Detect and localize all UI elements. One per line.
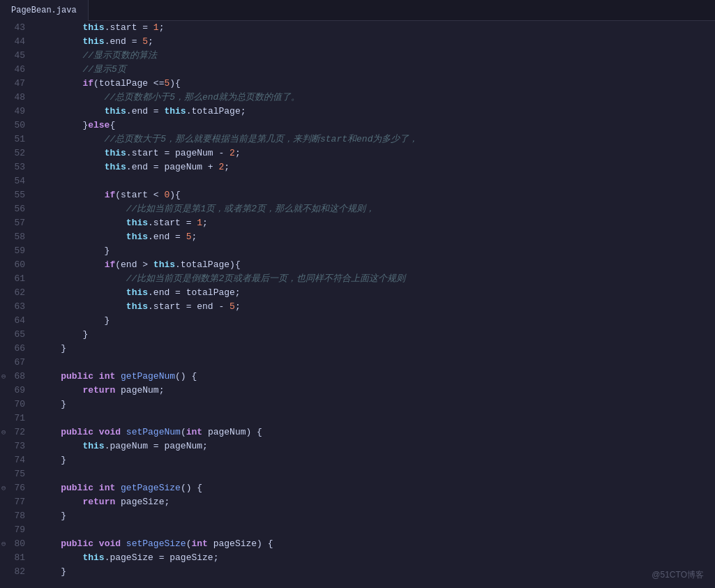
- token-num: 2: [229, 146, 235, 160]
- line-number: 70: [0, 398, 28, 412]
- code-line: }: [39, 342, 715, 356]
- token-kw2: this: [153, 258, 175, 272]
- token-kw: public: [39, 425, 93, 439]
- token-kw: if: [105, 188, 116, 202]
- code-line: }: [39, 509, 715, 523]
- token-plain: [39, 105, 105, 119]
- token-fn: getPageNum: [121, 370, 175, 384]
- code-content[interactable]: this.start = 1; this.end = 5; //显示页数的算法 …: [33, 21, 715, 588]
- token-plain: }: [39, 565, 66, 579]
- line-number: 75: [0, 467, 28, 481]
- token-kw2: this: [164, 105, 186, 119]
- code-line: //显示5页: [39, 63, 715, 77]
- token-cmt: //总页数都小于5，那么end就为总页数的值了。: [39, 91, 300, 105]
- token-plain: .start = pageNum -: [126, 146, 229, 160]
- code-line: public void setPageSize(int pageSize) {: [39, 537, 715, 551]
- line-number: 61: [0, 272, 28, 286]
- token-fn: setPageSize: [126, 537, 186, 551]
- code-line: [39, 356, 715, 370]
- token-cmt: //比如当前页是倒数第2页或者最后一页，也同样不符合上面这个规则: [39, 272, 405, 286]
- line-number: 45: [0, 49, 28, 63]
- token-plain: .end = totalPage;: [148, 286, 241, 300]
- line-number: 48: [0, 91, 28, 105]
- token-plain: [39, 384, 82, 398]
- token-kw: void: [99, 425, 121, 439]
- token-plain: [39, 160, 105, 174]
- token-kw: return: [82, 495, 115, 509]
- code-line: return pageSize;: [39, 495, 715, 509]
- line-number: 49: [0, 105, 28, 119]
- token-plain: [121, 537, 126, 551]
- line-number: 62: [0, 286, 28, 300]
- code-line: //总页数都小于5，那么end就为总页数的值了。: [39, 91, 715, 105]
- token-plain: ;: [235, 300, 241, 314]
- token-plain: (: [186, 537, 192, 551]
- line-number: 43: [0, 21, 28, 35]
- token-plain: }: [39, 342, 66, 356]
- token-plain: ;: [191, 230, 197, 244]
- code-line: //总页数大于5，那么就要根据当前是第几页，来判断start和end为多少了，: [39, 133, 715, 146]
- code-line: public int getPageNum() {: [39, 370, 715, 384]
- line-number: 51: [0, 133, 28, 146]
- token-num: 2: [218, 160, 224, 174]
- token-plain: .end =: [148, 230, 186, 244]
- token-plain: [39, 21, 82, 35]
- code-line: if(totalPage <=5){: [39, 77, 715, 91]
- code-line: this.start = pageNum - 2;: [39, 146, 715, 160]
- token-kw2: this: [126, 230, 148, 244]
- code-line: this.pageSize = pageSize;: [39, 551, 715, 565]
- token-plain: [121, 425, 126, 439]
- token-kw: if: [105, 258, 116, 272]
- token-plain: (totalPage <=: [93, 77, 164, 91]
- token-plain: [93, 425, 99, 439]
- token-kw2: this: [82, 551, 104, 565]
- token-kw: public: [39, 481, 93, 495]
- token-plain: }: [39, 328, 88, 342]
- token-cmt: //比如当前页是第1页，或者第2页，那么就不如和这个规则，: [39, 202, 375, 216]
- code-editor: PageBean.java 43444546474849505152535455…: [0, 0, 715, 588]
- code-line: [39, 467, 715, 481]
- code-line: this.start = 1;: [39, 216, 715, 230]
- code-line: //比如当前页是倒数第2页或者最后一页，也同样不符合上面这个规则: [39, 272, 715, 286]
- code-line: [39, 412, 715, 425]
- code-line: }: [39, 314, 715, 328]
- token-plain: }: [39, 119, 88, 133]
- code-line: }: [39, 328, 715, 342]
- line-number: 76: [0, 481, 28, 495]
- token-kw: public: [39, 370, 93, 384]
- token-plain: }: [39, 314, 110, 328]
- code-line: this.end = 5;: [39, 35, 715, 49]
- line-number: 79: [0, 523, 28, 537]
- line-number: 60: [0, 258, 28, 272]
- token-num: 1: [197, 216, 202, 230]
- token-plain: [39, 495, 82, 509]
- token-plain: .pageSize = pageSize;: [105, 551, 219, 565]
- code-line: //比如当前页是第1页，或者第2页，那么就不如和这个规则，: [39, 202, 715, 216]
- file-tab[interactable]: PageBean.java: [0, 0, 89, 21]
- token-plain: .end = pageNum +: [126, 160, 219, 174]
- token-plain: .pageNum = pageNum;: [105, 439, 208, 453]
- code-line: public int getPageSize() {: [39, 481, 715, 495]
- tab-bar: PageBean.java: [0, 0, 715, 21]
- token-plain: [39, 258, 105, 272]
- line-number: 54: [0, 174, 28, 188]
- token-plain: () {: [175, 370, 197, 384]
- code-line: [39, 523, 715, 537]
- code-line: //显示页数的算法: [39, 49, 715, 63]
- token-plain: .end =: [126, 105, 165, 119]
- line-number: 69: [0, 384, 28, 398]
- line-number: 52: [0, 146, 28, 160]
- token-plain: () {: [181, 481, 202, 495]
- token-plain: ){: [170, 77, 181, 91]
- token-fn: setPageNum: [126, 425, 181, 439]
- code-line: public void setPageNum(int pageNum) {: [39, 425, 715, 439]
- code-line: this.end = 5;: [39, 230, 715, 244]
- token-plain: [39, 439, 82, 453]
- token-kw: if: [82, 77, 93, 91]
- line-number: 64: [0, 314, 28, 328]
- token-plain: (start <: [115, 188, 164, 202]
- token-num: 0: [164, 188, 170, 202]
- token-plain: .start = end -: [148, 300, 229, 314]
- token-plain: [93, 537, 99, 551]
- token-plain: ;: [159, 21, 165, 35]
